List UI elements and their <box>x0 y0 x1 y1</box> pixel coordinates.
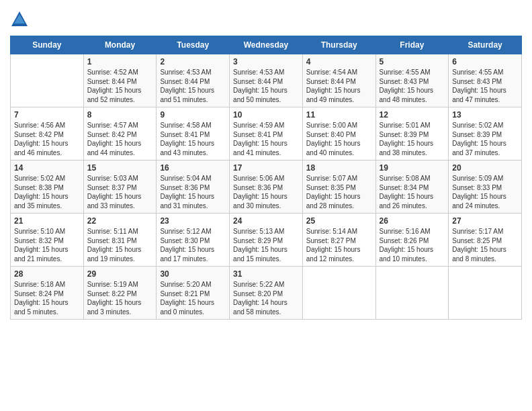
week-row-4: 21Sunrise: 5:10 AM Sunset: 8:32 PM Dayli… <box>11 214 522 267</box>
day-info: Sunrise: 4:53 AM Sunset: 8:44 PM Dayligh… <box>233 68 299 104</box>
day-cell: 8Sunrise: 4:57 AM Sunset: 8:42 PM Daylig… <box>83 107 157 161</box>
day-cell: 4Sunrise: 4:54 AM Sunset: 8:44 PM Daylig… <box>302 54 375 107</box>
day-info: Sunrise: 5:18 AM Sunset: 8:24 PM Dayligh… <box>14 280 80 316</box>
day-number: 6 <box>452 57 518 66</box>
day-info: Sunrise: 5:08 AM Sunset: 8:34 PM Dayligh… <box>380 174 445 210</box>
day-number: 14 <box>14 163 80 173</box>
day-cell <box>375 267 449 320</box>
day-number: 3 <box>233 57 299 66</box>
day-cell: 24Sunrise: 5:13 AM Sunset: 8:29 PM Dayli… <box>230 214 303 267</box>
day-cell <box>302 267 375 320</box>
day-number: 31 <box>233 269 299 279</box>
day-cell: 5Sunrise: 4:55 AM Sunset: 8:43 PM Daylig… <box>375 54 449 107</box>
day-info: Sunrise: 5:10 AM Sunset: 8:32 PM Dayligh… <box>14 227 80 263</box>
day-number: 24 <box>233 216 299 226</box>
day-number: 8 <box>87 110 153 120</box>
day-number: 16 <box>160 163 226 173</box>
day-number: 2 <box>160 57 226 66</box>
day-number: 5 <box>380 57 445 66</box>
day-number: 7 <box>14 110 80 120</box>
day-info: Sunrise: 5:06 AM Sunset: 8:36 PM Dayligh… <box>233 174 299 210</box>
column-headers: SundayMondayTuesdayWednesdayThursdayFrid… <box>11 36 522 54</box>
day-cell: 6Sunrise: 4:55 AM Sunset: 8:43 PM Daylig… <box>449 54 522 107</box>
day-info: Sunrise: 4:52 AM Sunset: 8:44 PM Dayligh… <box>87 68 153 104</box>
day-info: Sunrise: 4:54 AM Sunset: 8:44 PM Dayligh… <box>306 68 372 104</box>
column-header-friday: Friday <box>375 36 449 54</box>
day-cell: 29Sunrise: 5:19 AM Sunset: 8:22 PM Dayli… <box>83 267 157 320</box>
day-cell: 22Sunrise: 5:11 AM Sunset: 8:31 PM Dayli… <box>83 214 157 267</box>
day-number: 10 <box>233 110 299 120</box>
week-row-5: 28Sunrise: 5:18 AM Sunset: 8:24 PM Dayli… <box>11 267 522 320</box>
day-cell <box>449 267 522 320</box>
day-info: Sunrise: 4:59 AM Sunset: 8:41 PM Dayligh… <box>233 121 299 157</box>
day-info: Sunrise: 5:16 AM Sunset: 8:26 PM Dayligh… <box>380 227 445 263</box>
day-cell: 26Sunrise: 5:16 AM Sunset: 8:26 PM Dayli… <box>375 214 449 267</box>
day-info: Sunrise: 5:13 AM Sunset: 8:29 PM Dayligh… <box>233 227 299 263</box>
day-cell: 2Sunrise: 4:53 AM Sunset: 8:44 PM Daylig… <box>157 54 230 107</box>
day-cell: 21Sunrise: 5:10 AM Sunset: 8:32 PM Dayli… <box>11 214 84 267</box>
day-number: 11 <box>306 110 372 120</box>
day-cell <box>11 54 84 107</box>
column-header-saturday: Saturday <box>449 36 522 54</box>
day-cell: 30Sunrise: 5:20 AM Sunset: 8:21 PM Dayli… <box>157 267 230 320</box>
day-cell: 16Sunrise: 5:04 AM Sunset: 8:36 PM Dayli… <box>157 161 230 214</box>
day-cell: 19Sunrise: 5:08 AM Sunset: 8:34 PM Dayli… <box>375 161 449 214</box>
day-info: Sunrise: 5:02 AM Sunset: 8:39 PM Dayligh… <box>452 121 518 157</box>
day-info: Sunrise: 5:01 AM Sunset: 8:39 PM Dayligh… <box>380 121 445 157</box>
day-number: 25 <box>306 216 372 226</box>
day-cell: 13Sunrise: 5:02 AM Sunset: 8:39 PM Dayli… <box>449 107 522 161</box>
day-number: 1 <box>87 57 153 66</box>
column-header-sunday: Sunday <box>11 36 84 54</box>
day-info: Sunrise: 4:53 AM Sunset: 8:44 PM Dayligh… <box>160 68 226 104</box>
day-number: 19 <box>380 163 445 173</box>
day-cell: 31Sunrise: 5:22 AM Sunset: 8:20 PM Dayli… <box>230 267 303 320</box>
week-row-3: 14Sunrise: 5:02 AM Sunset: 8:38 PM Dayli… <box>11 161 522 214</box>
day-number: 29 <box>87 269 153 279</box>
day-cell: 20Sunrise: 5:09 AM Sunset: 8:33 PM Dayli… <box>449 161 522 214</box>
column-header-monday: Monday <box>83 36 157 54</box>
day-number: 30 <box>160 269 226 279</box>
day-info: Sunrise: 5:12 AM Sunset: 8:30 PM Dayligh… <box>160 227 226 263</box>
day-info: Sunrise: 4:55 AM Sunset: 8:43 PM Dayligh… <box>452 68 518 104</box>
day-info: Sunrise: 5:09 AM Sunset: 8:33 PM Dayligh… <box>452 174 518 210</box>
day-number: 15 <box>87 163 153 173</box>
day-number: 9 <box>160 110 226 120</box>
day-info: Sunrise: 5:03 AM Sunset: 8:37 PM Dayligh… <box>87 174 153 210</box>
logo-icon <box>10 10 29 29</box>
day-info: Sunrise: 5:20 AM Sunset: 8:21 PM Dayligh… <box>160 280 226 316</box>
day-number: 23 <box>160 216 226 226</box>
day-info: Sunrise: 5:22 AM Sunset: 8:20 PM Dayligh… <box>233 280 299 316</box>
logo <box>10 10 32 29</box>
day-info: Sunrise: 5:00 AM Sunset: 8:40 PM Dayligh… <box>306 121 372 157</box>
day-info: Sunrise: 5:14 AM Sunset: 8:27 PM Dayligh… <box>306 227 372 263</box>
column-header-tuesday: Tuesday <box>157 36 230 54</box>
day-cell: 25Sunrise: 5:14 AM Sunset: 8:27 PM Dayli… <box>302 214 375 267</box>
week-row-2: 7Sunrise: 4:56 AM Sunset: 8:42 PM Daylig… <box>11 107 522 161</box>
day-number: 26 <box>380 216 445 226</box>
day-cell: 15Sunrise: 5:03 AM Sunset: 8:37 PM Dayli… <box>83 161 157 214</box>
day-info: Sunrise: 5:11 AM Sunset: 8:31 PM Dayligh… <box>87 227 153 263</box>
day-cell: 17Sunrise: 5:06 AM Sunset: 8:36 PM Dayli… <box>230 161 303 214</box>
day-number: 13 <box>452 110 518 120</box>
week-row-1: 1Sunrise: 4:52 AM Sunset: 8:44 PM Daylig… <box>11 54 522 107</box>
day-info: Sunrise: 5:02 AM Sunset: 8:38 PM Dayligh… <box>14 174 80 210</box>
day-cell: 10Sunrise: 4:59 AM Sunset: 8:41 PM Dayli… <box>230 107 303 161</box>
day-info: Sunrise: 4:57 AM Sunset: 8:42 PM Dayligh… <box>87 121 153 157</box>
day-number: 22 <box>87 216 153 226</box>
day-info: Sunrise: 5:04 AM Sunset: 8:36 PM Dayligh… <box>160 174 226 210</box>
page-header <box>10 7 522 29</box>
day-cell: 18Sunrise: 5:07 AM Sunset: 8:35 PM Dayli… <box>302 161 375 214</box>
day-info: Sunrise: 4:55 AM Sunset: 8:43 PM Dayligh… <box>380 68 445 104</box>
day-info: Sunrise: 5:19 AM Sunset: 8:22 PM Dayligh… <box>87 280 153 316</box>
day-cell: 1Sunrise: 4:52 AM Sunset: 8:44 PM Daylig… <box>83 54 157 107</box>
day-cell: 14Sunrise: 5:02 AM Sunset: 8:38 PM Dayli… <box>11 161 84 214</box>
day-cell: 23Sunrise: 5:12 AM Sunset: 8:30 PM Dayli… <box>157 214 230 267</box>
calendar-table: SundayMondayTuesdayWednesdayThursdayFrid… <box>10 36 522 320</box>
day-number: 17 <box>233 163 299 173</box>
day-number: 12 <box>380 110 445 120</box>
day-cell: 9Sunrise: 4:58 AM Sunset: 8:41 PM Daylig… <box>157 107 230 161</box>
day-number: 18 <box>306 163 372 173</box>
day-number: 20 <box>452 163 518 173</box>
day-cell: 27Sunrise: 5:17 AM Sunset: 8:25 PM Dayli… <box>449 214 522 267</box>
column-header-wednesday: Wednesday <box>230 36 303 54</box>
